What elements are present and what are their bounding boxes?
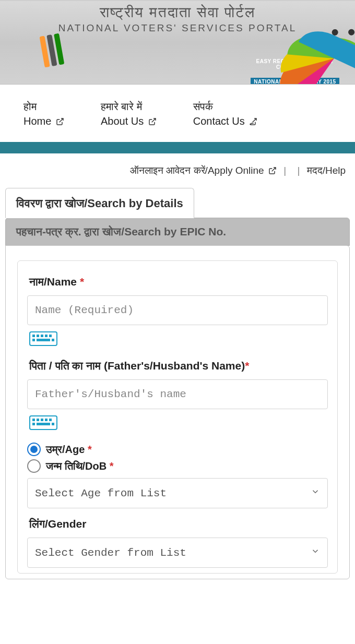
svg-rect-6 (32, 339, 35, 341)
age-select-value: Select Age from List (35, 487, 167, 499)
apply-online-label: ऑनलाइन आवेदन करें/Apply Online (130, 165, 264, 176)
external-link-icon (56, 115, 64, 129)
virtual-keyboard-button[interactable] (29, 331, 57, 346)
nav-home[interactable]: होम Home (23, 99, 64, 129)
search-form-panel: नाम/Name * पिता / पति का नाम (Father's/H… (5, 245, 350, 579)
nav-home-hindi: होम (23, 99, 64, 114)
svg-rect-14 (49, 419, 52, 421)
svg-rect-3 (41, 335, 43, 337)
svg-rect-13 (45, 419, 48, 421)
nav-home-english: Home (23, 115, 51, 127)
chevron-down-icon (311, 546, 320, 559)
nav-contact[interactable]: संपर्क Contact Us (193, 99, 258, 129)
external-link-icon (249, 115, 257, 129)
nav-about[interactable]: हमारे बारे में About Us (101, 99, 157, 129)
secondary-links: ऑनलाइन आवेदन करें/Apply Online | | मदद/H… (0, 153, 355, 188)
age-radio-label: उम्र/Age (46, 444, 85, 455)
divider-bar (0, 142, 355, 153)
external-link-icon (268, 166, 277, 177)
svg-rect-10 (32, 419, 35, 421)
nvd-graphic: EASY REGISTRATION, EASY CORRECTION सहज प… (251, 30, 339, 85)
svg-rect-1 (32, 335, 35, 337)
search-form: नाम/Name * पिता / पति का नाम (Father's/H… (17, 260, 338, 574)
main-nav: होम Home हमारे बारे में About Us संपर्क … (0, 85, 355, 142)
radio-age[interactable]: उम्र/Age * (27, 443, 328, 456)
svg-rect-12 (41, 419, 43, 421)
separator: | (283, 165, 286, 176)
header-banner: राष्ट्रीय मतदाता सेवा पोर्टल NATIONAL VO… (0, 1, 355, 85)
apply-online-link[interactable]: ऑनलाइन आवेदन करें/Apply Online (130, 165, 279, 176)
nav-contact-english: Contact Us (193, 115, 245, 127)
nav-contact-hindi: संपर्क (193, 99, 258, 114)
virtual-keyboard-button[interactable] (29, 415, 57, 430)
tab-search-by-details[interactable]: विवरण द्वारा खोज/Search by Details (5, 188, 194, 218)
external-link-icon (148, 115, 157, 129)
father-husband-label: पिता / पति का नाम (Father's/Husband's Na… (29, 360, 328, 372)
svg-rect-5 (49, 335, 52, 337)
svg-rect-7 (37, 339, 50, 341)
svg-rect-15 (32, 423, 35, 425)
father-husband-input[interactable] (27, 379, 328, 409)
dob-radio-label: जन्म तिथि/DoB (46, 460, 106, 472)
svg-rect-11 (37, 419, 39, 421)
radio-dob[interactable]: जन्म तिथि/DoB * (27, 459, 328, 473)
svg-rect-2 (37, 335, 39, 337)
svg-rect-8 (52, 339, 54, 341)
name-input[interactable] (27, 295, 328, 325)
svg-rect-16 (37, 423, 50, 425)
eci-logo (42, 32, 89, 79)
gender-select[interactable]: Select Gender from List (27, 538, 328, 568)
radio-selected-icon (27, 443, 41, 456)
chevron-down-icon (311, 487, 320, 499)
gender-label: लिंग/Gender (29, 518, 328, 530)
help-link[interactable]: मदद/Help (307, 165, 346, 176)
name-label: नाम/Name * (29, 276, 328, 288)
separator: | (297, 165, 300, 176)
nav-about-english: About Us (101, 115, 144, 127)
age-select[interactable]: Select Age from List (27, 478, 328, 508)
gender-select-value: Select Gender from List (35, 547, 186, 559)
nav-about-hindi: हमारे बारे में (101, 99, 157, 114)
svg-rect-17 (52, 423, 54, 425)
radio-unselected-icon (27, 459, 41, 473)
svg-rect-4 (45, 335, 48, 337)
tab-search-by-epic[interactable]: पहचान-पत्र क्र. द्वारा खोज/Search by EPI… (5, 218, 350, 246)
portal-title-hindi: राष्ट्रीय मतदाता सेवा पोर्टल (0, 4, 355, 21)
